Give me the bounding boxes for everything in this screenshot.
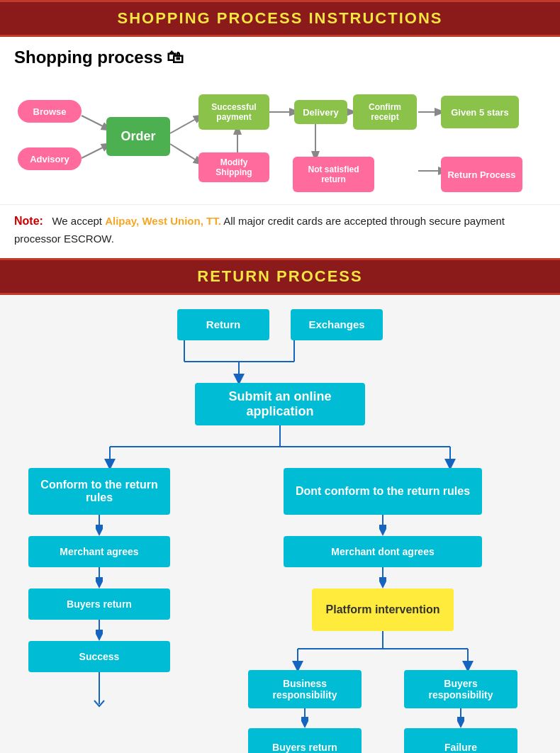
return-banner: RETURN PROCESS [0,258,560,295]
submit-box: Submit an online application [195,383,365,425]
dont-conform-box: Dont conform to the return rules [284,468,482,515]
left-up-arr [89,672,110,708]
not-satisfied-return-box: Not satisfied return [293,157,374,192]
branch-connector-svg [18,425,542,468]
return-box: Return [177,309,269,340]
sub-left-branch: Business responsibility Buyers retur [241,670,369,753]
buyers-return-right-box: Buyers return [248,728,362,753]
order-box: Order [106,117,170,156]
note-paragraph: Note: We accept Alipay, West Union, TT. … [14,212,546,247]
bag-icon: 🛍 [167,48,184,67]
sub-right-branch: Buyers responsibility Failure [397,670,525,753]
successful-payment-box: Successful payment [198,94,269,130]
failure-box: Failure [404,728,517,753]
svg-line-2 [170,116,202,133]
conform-box: Conform to the return rules [28,468,170,515]
note-highlight: Alipay, West Union, TT. [105,215,221,227]
right-down-arr-2 [379,567,386,589]
left-down-arr-2 [96,567,103,589]
sub-right-arr [457,708,464,728]
right-down-arr-1 [379,515,386,536]
success-box: Success [28,641,170,672]
branches-row: Conform to the return rules Merchant agr… [18,468,542,753]
svg-line-1 [82,144,110,158]
return-section: Return Exchanges [0,295,560,753]
buyers-responsibility-box: Buyers responsibility [404,670,517,708]
return-process-box: Return Process [441,157,522,192]
delivery-box: Delivery [294,100,347,124]
submit-row: Submit an online application [18,383,542,425]
return-banner-title: RETURN PROCESS [197,267,362,285]
top-banner: SHOPPING PROCESS INSTRUCTIONS [0,0,560,37]
banner-title: SHOPPING PROCESS INSTRUCTIONS [118,9,443,27]
given-5-stars-box: Given 5 stars [441,96,519,128]
note-label: Note: [14,215,43,227]
sub-left-arr [301,708,308,728]
business-responsibility-box: Business responsibility [248,670,362,708]
shopping-section: Shopping process 🛍 [0,37,560,204]
right-split-svg [227,631,539,670]
svg-line-0 [82,116,110,130]
merchant-agrees-box: Merchant agrees [28,536,170,567]
left-down-arr-3 [96,620,103,641]
sub-branches: Business responsibility Buyers retur [227,670,539,753]
top-connector-svg [18,340,542,383]
modify-shipping-box: Modify Shipping [198,152,269,182]
note-text-before: We accept [52,215,105,227]
left-down-arr-1 [96,515,103,536]
platform-box: Platform intervention [312,589,454,631]
browse-box: Browse [18,100,82,123]
merchant-dont-box: Merchant dont agrees [284,536,482,567]
top-boxes-row: Return Exchanges [18,309,542,340]
left-branch: Conform to the return rules Merchant agr… [18,468,181,708]
right-branch: Dont conform to the return rules Merchan… [223,468,542,753]
flow-diagram: Browse Advisory Order Successful payment… [14,80,553,190]
buyers-return-left-box: Buyers return [28,589,170,620]
return-diagram: Return Exchanges [18,309,542,753]
exchanges-box: Exchanges [291,309,383,340]
confirm-receipt-box: Confirm receipt [353,94,417,130]
advisory-box: Advisory [18,147,82,170]
note-section: Note: We accept Alipay, West Union, TT. … [0,204,560,258]
shopping-title: Shopping process 🛍 [14,48,546,67]
svg-line-3 [170,144,202,164]
